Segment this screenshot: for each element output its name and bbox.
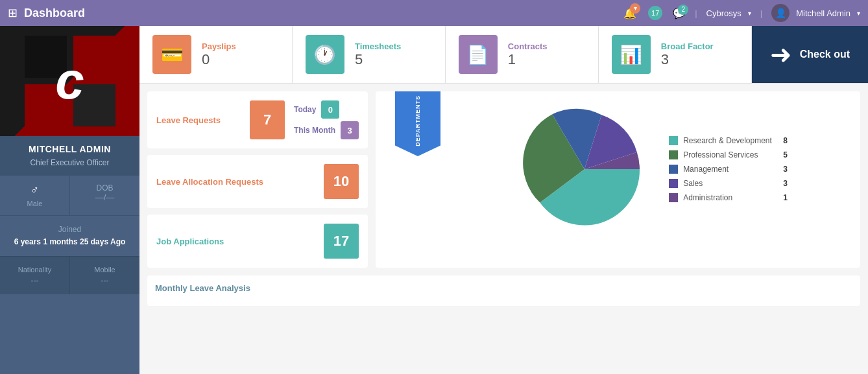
leave-allocation-label: Leave Allocation Requests [156, 177, 315, 187]
company-name[interactable]: Cybrosys [706, 8, 741, 18]
timesheets-icon-box: 🕐 [306, 35, 344, 74]
joined-value: 6 years 1 months 25 days Ago [6, 236, 133, 248]
payslips-label: Payslips [202, 41, 236, 51]
notification-dropdown-icon: ▾ [630, 3, 640, 14]
legend-color-rd [669, 136, 678, 145]
legend-name-mgmt: Management [683, 165, 772, 174]
departments-pie-chart [520, 104, 649, 234]
departments-ribbon: DEPARTMENTS [395, 91, 440, 156]
legend-color-mgmt [669, 165, 678, 174]
checkout-icon: ➜ [770, 40, 792, 69]
payslips-card[interactable]: 💳 Payslips 0 [139, 26, 293, 83]
broad-factor-value: 3 [661, 51, 714, 68]
timesheets-info: Timesheets 5 [355, 41, 401, 68]
message-badge: 2 [678, 5, 688, 15]
leave-requests-label: Leave Requests [156, 115, 241, 125]
job-applications-value: 17 [324, 224, 359, 259]
leave-month-row: This Month 3 [294, 121, 359, 139]
pie-svg [520, 104, 649, 234]
mobile-value: --- [75, 276, 134, 285]
job-applications-card[interactable]: Job Applications 17 [147, 215, 368, 268]
employee-name: MITCHELL ADMIN [0, 136, 139, 158]
contracts-icon: 📄 [466, 44, 489, 65]
leave-allocation-card[interactable]: Leave Allocation Requests 10 [147, 155, 368, 208]
joined-label: Joined [6, 224, 133, 236]
legend-name-rd: Research & Development [683, 136, 772, 145]
leave-today-value: 0 [321, 100, 339, 119]
leave-sub-info: Today 0 This Month 3 [294, 100, 359, 139]
legend-name-ps: Professional Services [683, 150, 772, 159]
divider2: | [760, 8, 762, 18]
broad-factor-icon-box: 📊 [612, 35, 651, 74]
nationality-cell: Nationality --- [0, 257, 70, 294]
legend-name-admin: Administration [683, 193, 772, 202]
main-layout: c MITCHELL ADMIN Chief Executive Officer… [0, 26, 868, 374]
stats-row: 💳 Payslips 0 🕐 Timesheets 5 [139, 26, 868, 84]
leave-month-label: This Month [294, 126, 335, 135]
payslips-info: Payslips 0 [202, 41, 236, 68]
legend-count-mgmt: 3 [777, 165, 788, 174]
broad-factor-label: Broad Factor [661, 41, 714, 51]
leave-today-label: Today [294, 105, 316, 114]
departments-legend: Research & Development 8 Professional Se… [669, 136, 788, 202]
contracts-card[interactable]: 📄 Contracts 1 [446, 26, 599, 83]
broad-factor-info: Broad Factor 3 [661, 41, 714, 68]
legend-row-sales: Sales 3 [669, 179, 788, 188]
timesheets-card[interactable]: 🕐 Timesheets 5 [293, 26, 446, 83]
checkout-label: Check out [800, 49, 850, 60]
broad-factor-icon: 📊 [620, 44, 642, 65]
leave-allocation-value: 10 [324, 164, 359, 199]
checkout-button[interactable]: ➜ Check out [752, 26, 868, 83]
avatar[interactable]: 👤 [771, 4, 790, 22]
legend-count-ps: 5 [777, 150, 788, 159]
timesheets-icon: 🕐 [313, 44, 336, 65]
legend-color-sales [669, 179, 678, 188]
message-indicator[interactable]: 💬 2 [673, 7, 686, 19]
nationality-mobile-row: Nationality --- Mobile --- [0, 256, 139, 294]
company-dropdown-icon[interactable]: ▾ [748, 10, 751, 17]
notification-bell[interactable]: 🔔 ▾ [623, 7, 636, 19]
dob-label: DOB [75, 183, 134, 193]
dob-value: —/— [75, 193, 134, 202]
contracts-icon-box: 📄 [459, 35, 498, 74]
company-logo: c [0, 26, 139, 136]
job-applications-label: Job Applications [156, 237, 315, 246]
payslips-value: 0 [202, 51, 236, 68]
joined-info: Joined 6 years 1 months 25 days Ago [0, 215, 139, 256]
username[interactable]: Mitchell Admin [796, 8, 850, 18]
timesheets-label: Timesheets [355, 41, 401, 51]
user-dropdown-icon[interactable]: ▾ [857, 10, 860, 17]
legend-row-ps: Professional Services 5 [669, 150, 788, 159]
legend-count-rd: 8 [777, 136, 788, 145]
monthly-leave-title: Monthly Leave Analysis [155, 283, 852, 293]
broad-factor-card[interactable]: 📊 Broad Factor 3 [599, 26, 752, 83]
activity-badge: 17 [648, 6, 662, 20]
nationality-label: Nationality [5, 266, 64, 274]
departments-ribbon-text: DEPARTMENTS [415, 95, 421, 146]
monthly-leave-section: Monthly Leave Analysis [147, 275, 860, 306]
legend-row-mgmt: Management 3 [669, 165, 788, 174]
employee-title: Chief Executive Officer [0, 158, 139, 175]
divider: | [695, 8, 697, 18]
departments-chart-area: Research & Development 8 Professional Se… [376, 91, 860, 247]
gender-label: Male [5, 200, 64, 207]
leave-today-row: Today 0 [294, 100, 359, 119]
contracts-label: Contracts [508, 41, 548, 51]
sidebar: c MITCHELL ADMIN Chief Executive Officer… [0, 26, 139, 374]
legend-color-ps [669, 150, 678, 159]
activity-indicator[interactable]: 17 [648, 6, 662, 20]
legend-name-sales: Sales [683, 179, 772, 188]
nationality-value: --- [5, 276, 64, 285]
departments-panel: DEPARTMENTS [376, 91, 860, 268]
leave-month-value: 3 [341, 121, 359, 139]
page-title: Dashboard [24, 6, 623, 20]
leave-requests-card[interactable]: Leave Requests 7 Today 0 This Month 3 [147, 91, 368, 148]
gender-icon: ♂ [5, 183, 64, 197]
contracts-info: Contracts 1 [508, 41, 548, 68]
contracts-value: 1 [508, 51, 548, 68]
mobile-cell: Mobile --- [70, 257, 139, 294]
content-area: 💳 Payslips 0 🕐 Timesheets 5 [139, 26, 868, 374]
payslips-icon-box: 💳 [152, 35, 191, 74]
logo-letter: c [55, 51, 84, 111]
grid-icon[interactable]: ⊞ [8, 6, 18, 20]
